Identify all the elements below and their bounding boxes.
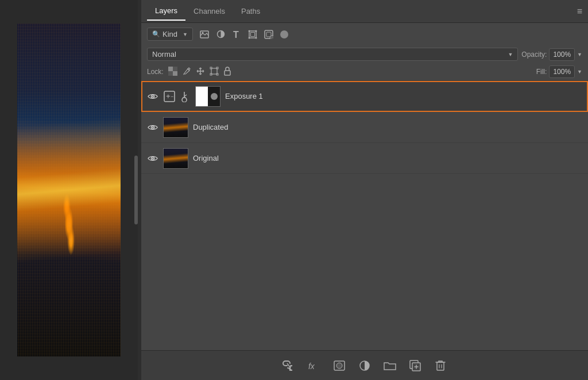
filter-toggle[interactable] (280, 30, 288, 38)
scroll-indicator (134, 156, 138, 224)
layer-item-duplicated[interactable]: Duplicated (141, 112, 588, 143)
fill-group: Fill: 100% ▼ (536, 65, 582, 78)
svg-point-30 (152, 126, 154, 128)
tab-layers[interactable]: Layers (147, 2, 185, 21)
lock-transparent-icon[interactable] (168, 67, 177, 77)
svg-rect-16 (173, 67, 177, 71)
kind-dropdown-arrow: ▼ (183, 32, 188, 37)
city-thumb-visual-original (164, 149, 188, 168)
lock-icons-group (168, 67, 231, 77)
layer-thumbnail-original (163, 148, 188, 169)
lock-row: Lock: (141, 63, 588, 81)
canvas-panel (0, 0, 138, 380)
lock-position-icon[interactable] (196, 67, 205, 77)
image-preview (17, 24, 121, 356)
blend-mode-arrow: ▼ (508, 52, 513, 57)
thumb-dark-half (208, 87, 220, 106)
svg-rect-4 (249, 31, 256, 38)
new-layer-button[interactable] (408, 359, 422, 373)
fill-dropdown-arrow[interactable]: ▼ (577, 69, 582, 75)
opacity-dropdown-arrow[interactable]: ▼ (577, 52, 582, 57)
svg-point-1 (202, 32, 204, 33)
text-filter-icon[interactable]: T (231, 29, 242, 40)
city-image (17, 24, 121, 356)
blend-mode-label: Normal (152, 50, 505, 59)
exposure-adj-icon: + − (163, 90, 176, 103)
svg-point-25 (152, 95, 154, 97)
link-layers-button[interactable] (282, 359, 296, 373)
lock-image-icon[interactable] (182, 67, 191, 77)
transform-filter-icon[interactable] (247, 29, 258, 40)
svg-rect-5 (251, 32, 255, 36)
image-filter-icon[interactable] (199, 29, 210, 40)
svg-point-32 (152, 157, 154, 159)
new-adjustment-button[interactable] (358, 359, 372, 373)
blend-mode-dropdown[interactable]: Normal ▼ (147, 48, 518, 61)
svg-text:−: − (171, 94, 173, 99)
lock-all-icon[interactable] (223, 67, 231, 77)
add-mask-button[interactable] (332, 359, 346, 373)
search-icon: 🔍 (152, 30, 160, 38)
smart-filter-icon[interactable]: ⬡ (263, 29, 274, 40)
new-group-button[interactable] (383, 359, 397, 373)
svg-rect-39 (437, 362, 444, 370)
exposure-thumb-visual (196, 87, 220, 106)
svg-text:+: + (166, 92, 171, 100)
svg-text:⬡: ⬡ (271, 37, 274, 39)
layers-list: + − Exposure 1 (141, 81, 588, 350)
svg-point-6 (249, 30, 250, 32)
fill-label: Fill: (536, 68, 547, 76)
tab-channels[interactable]: Channels (185, 2, 233, 20)
opacity-group: Opacity: 100% ▼ (521, 48, 582, 61)
svg-text:fx: fx (308, 362, 315, 370)
svg-rect-23 (225, 71, 230, 75)
layer-item-exposure-1[interactable]: + − Exposure 1 (141, 81, 588, 112)
kind-label: Kind (163, 30, 180, 38)
filter-icons-group: T ⬡ (199, 29, 274, 40)
kind-filter-dropdown[interactable]: 🔍 Kind ▼ (147, 28, 193, 41)
layer-thumbnail-duplicated (163, 117, 188, 138)
layers-panel: Layers Channels Paths ≡ 🔍 Kind ▼ (141, 0, 588, 380)
tabs-row: Layers Channels Paths ≡ (141, 0, 588, 23)
visibility-toggle-duplicated[interactable] (147, 122, 158, 133)
visibility-toggle-exposure-1[interactable] (147, 91, 158, 102)
visibility-toggle-original[interactable] (147, 153, 158, 164)
svg-point-9 (256, 37, 257, 38)
hue-adj-icon (178, 90, 191, 103)
layer-name-original: Original (193, 154, 582, 162)
bottom-toolbar: fx (141, 350, 588, 380)
svg-point-7 (256, 30, 257, 32)
filter-row: 🔍 Kind ▼ T (141, 23, 588, 45)
fill-value[interactable]: 100% (549, 65, 575, 78)
layer-thumbnail-exposure-1 (195, 86, 220, 107)
delete-layer-button[interactable] (434, 359, 447, 373)
opacity-label: Opacity: (521, 51, 547, 59)
svg-rect-17 (168, 71, 173, 76)
layer-name-exposure-1: Exposure 1 (225, 92, 582, 100)
svg-point-8 (249, 37, 250, 38)
layer-name-duplicated: Duplicated (193, 123, 582, 131)
svg-rect-11 (266, 32, 271, 37)
panel-menu-button[interactable]: ≡ (577, 6, 582, 17)
opacity-value[interactable]: 100% (549, 48, 575, 61)
tab-paths[interactable]: Paths (233, 2, 268, 20)
thumb-white-half (196, 87, 208, 106)
svg-rect-14 (168, 67, 173, 71)
svg-text:T: T (233, 30, 239, 39)
layer-effects-button[interactable]: fx (307, 359, 321, 373)
blend-mode-row: Normal ▼ Opacity: 100% ▼ (141, 45, 588, 63)
svg-point-35 (336, 363, 342, 369)
svg-rect-15 (173, 71, 177, 76)
adjustment-icons-exposure-1: + − (163, 90, 191, 103)
lock-label: Lock: (147, 68, 164, 76)
circle-filter-icon[interactable] (215, 29, 226, 40)
city-thumb-visual-duplicated (164, 118, 188, 137)
layer-item-original[interactable]: Original (141, 143, 588, 174)
lock-artboard-icon[interactable] (210, 67, 219, 77)
road-lights-overlay (17, 24, 121, 356)
